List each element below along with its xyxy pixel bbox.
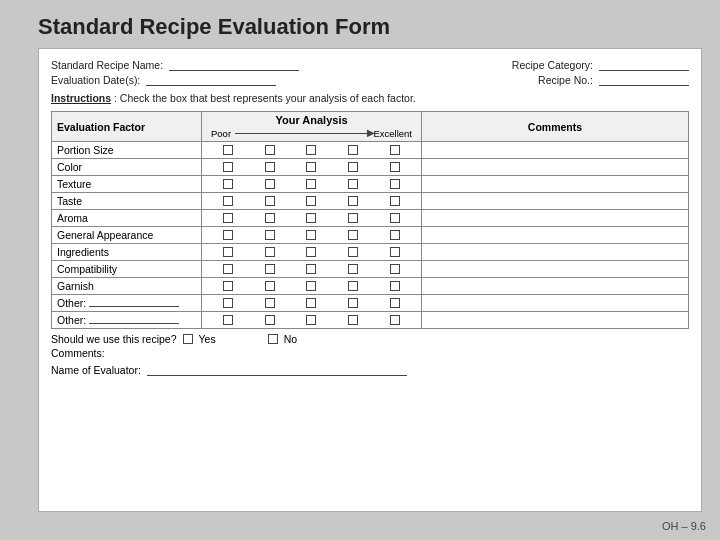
analysis-header-label: Your Analysis: [207, 114, 416, 126]
table-row: Aroma: [52, 210, 689, 227]
col-header-analysis: Your Analysis: [202, 112, 422, 128]
cb5[interactable]: [390, 264, 400, 274]
cb4[interactable]: [348, 264, 358, 274]
cb3[interactable]: [306, 247, 316, 257]
cb4[interactable]: [348, 162, 358, 172]
checkboxes-cell: [202, 295, 422, 312]
cb5[interactable]: [390, 162, 400, 172]
cb1[interactable]: [223, 145, 233, 155]
cb2[interactable]: [265, 281, 275, 291]
comments-cell: [422, 159, 689, 176]
eval-date-field: Evaluation Date(s):: [51, 74, 276, 86]
cb5[interactable]: [390, 247, 400, 257]
recipe-name-line: [169, 70, 299, 71]
cb5[interactable]: [390, 179, 400, 189]
instructions-text: : Check the box that best represents you…: [114, 92, 416, 104]
cb4[interactable]: [348, 247, 358, 257]
cb4[interactable]: [348, 315, 358, 325]
cb2[interactable]: [265, 196, 275, 206]
checkboxes-cell: [202, 210, 422, 227]
cb2[interactable]: [265, 230, 275, 240]
factor-cell: Color: [52, 159, 202, 176]
cb3[interactable]: [306, 196, 316, 206]
cb3[interactable]: [306, 179, 316, 189]
cb1[interactable]: [223, 179, 233, 189]
comments-cell: [422, 210, 689, 227]
cb5[interactable]: [390, 315, 400, 325]
factor-cell: Other:: [52, 295, 202, 312]
cb1[interactable]: [223, 213, 233, 223]
cb4[interactable]: [348, 230, 358, 240]
col-header-comments: Comments: [422, 112, 689, 142]
form-container: Standard Recipe Name: Recipe Category: E…: [38, 48, 702, 512]
checkboxes-cell: [202, 193, 422, 210]
checkboxes-cell: [202, 227, 422, 244]
recipe-category-line: [599, 70, 689, 71]
cb2[interactable]: [265, 264, 275, 274]
cb3[interactable]: [306, 315, 316, 325]
cb2[interactable]: [265, 145, 275, 155]
factor-cell: Ingredients: [52, 244, 202, 261]
bottom-section: Should we use this recipe? Yes No Commen…: [51, 333, 689, 359]
cb4[interactable]: [348, 145, 358, 155]
checkboxes-cell: [202, 159, 422, 176]
evaluator-label: Name of Evaluator:: [51, 364, 141, 376]
comments-cell: [422, 193, 689, 210]
oh-label: OH – 9.6: [662, 520, 706, 532]
cb2[interactable]: [265, 213, 275, 223]
table-row: Compatibility: [52, 261, 689, 278]
cb4[interactable]: [348, 196, 358, 206]
comments-cell: [422, 261, 689, 278]
cb2[interactable]: [265, 247, 275, 257]
cb2[interactable]: [265, 315, 275, 325]
cb3[interactable]: [306, 230, 316, 240]
cb4[interactable]: [348, 213, 358, 223]
cb4[interactable]: [348, 298, 358, 308]
cb3[interactable]: [306, 264, 316, 274]
cb1[interactable]: [223, 230, 233, 240]
comments-cell: [422, 278, 689, 295]
cb1[interactable]: [223, 298, 233, 308]
no-checkbox[interactable]: [268, 334, 278, 344]
cb3[interactable]: [306, 298, 316, 308]
factor-cell: Texture: [52, 176, 202, 193]
arrow-line: [235, 133, 369, 134]
cb1[interactable]: [223, 162, 233, 172]
use-recipe-label: Should we use this recipe?: [51, 333, 177, 345]
eval-date-line: [146, 85, 276, 86]
cb1[interactable]: [223, 196, 233, 206]
table-row: Other:: [52, 295, 689, 312]
poor-label: Poor: [211, 128, 231, 139]
table-row: Other:: [52, 312, 689, 329]
cb5[interactable]: [390, 281, 400, 291]
recipe-no-line: [599, 85, 689, 86]
table-row: Portion Size: [52, 142, 689, 159]
cb3[interactable]: [306, 281, 316, 291]
cb1[interactable]: [223, 315, 233, 325]
cb2[interactable]: [265, 298, 275, 308]
cb1[interactable]: [223, 264, 233, 274]
yes-label: Yes: [199, 333, 216, 345]
cb4[interactable]: [348, 281, 358, 291]
cb3[interactable]: [306, 145, 316, 155]
cb5[interactable]: [390, 196, 400, 206]
cb3[interactable]: [306, 213, 316, 223]
cb5[interactable]: [390, 145, 400, 155]
cb4[interactable]: [348, 179, 358, 189]
recipe-no-field: Recipe No.:: [538, 74, 689, 86]
checkboxes-cell: [202, 244, 422, 261]
form-header: Standard Recipe Name: Recipe Category: E…: [51, 59, 689, 86]
cb3[interactable]: [306, 162, 316, 172]
cb5[interactable]: [390, 213, 400, 223]
cb2[interactable]: [265, 162, 275, 172]
yes-checkbox[interactable]: [183, 334, 193, 344]
cb5[interactable]: [390, 298, 400, 308]
use-recipe-row: Should we use this recipe? Yes No: [51, 333, 689, 345]
table-row: Ingredients: [52, 244, 689, 261]
cb1[interactable]: [223, 247, 233, 257]
checkboxes-cell: [202, 142, 422, 159]
cb5[interactable]: [390, 230, 400, 240]
cb1[interactable]: [223, 281, 233, 291]
table-row: Garnish: [52, 278, 689, 295]
cb2[interactable]: [265, 179, 275, 189]
